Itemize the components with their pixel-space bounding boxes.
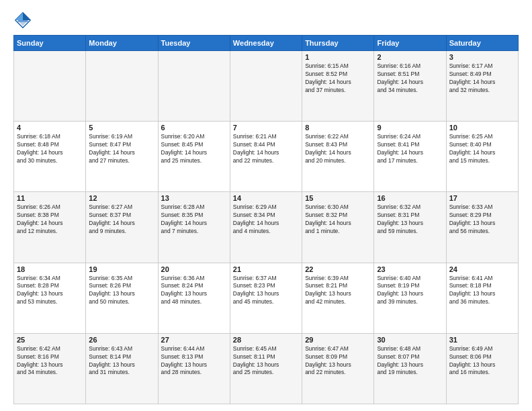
day-number-11: 11: [17, 194, 83, 202]
day-cell-14: 14Sunrise: 6:29 AMSunset: 8:34 PMDayligh…: [230, 192, 302, 263]
week-row-1: 4Sunrise: 6:18 AMSunset: 8:48 PMDaylight…: [14, 122, 519, 192]
day-info-4: Sunrise: 6:18 AMSunset: 8:48 PMDaylight:…: [17, 133, 83, 165]
day-cell-25: 25Sunrise: 6:42 AMSunset: 8:16 PMDayligh…: [14, 333, 86, 404]
day-header-thursday: Thursday: [302, 36, 374, 51]
day-info-10: Sunrise: 6:25 AMSunset: 8:40 PMDaylight:…: [449, 133, 515, 165]
day-number-26: 26: [89, 336, 154, 344]
day-info-28: Sunrise: 6:45 AMSunset: 8:11 PMDaylight:…: [233, 345, 299, 377]
day-info-3: Sunrise: 6:17 AMSunset: 8:49 PMDaylight:…: [449, 62, 515, 95]
day-header-friday: Friday: [374, 36, 446, 51]
day-header-monday: Monday: [86, 36, 158, 51]
day-info-27: Sunrise: 6:44 AMSunset: 8:13 PMDaylight:…: [161, 345, 227, 377]
day-info-2: Sunrise: 6:16 AMSunset: 8:51 PMDaylight:…: [377, 62, 443, 95]
day-number-30: 30: [377, 336, 443, 344]
day-info-16: Sunrise: 6:32 AMSunset: 8:31 PMDaylight:…: [377, 203, 443, 236]
day-info-7: Sunrise: 6:21 AMSunset: 8:44 PMDaylight:…: [233, 133, 299, 165]
day-number-27: 27: [161, 336, 227, 344]
day-number-16: 16: [377, 194, 443, 202]
day-info-6: Sunrise: 6:20 AMSunset: 8:45 PMDaylight:…: [161, 133, 227, 165]
day-header-sunday: Sunday: [14, 36, 86, 51]
day-info-20: Sunrise: 6:36 AMSunset: 8:24 PMDaylight:…: [161, 275, 227, 307]
day-info-31: Sunrise: 6:49 AMSunset: 8:06 PMDaylight:…: [449, 345, 515, 377]
day-headers-row: SundayMondayTuesdayWednesdayThursdayFrid…: [14, 36, 519, 51]
day-info-19: Sunrise: 6:35 AMSunset: 8:26 PMDaylight:…: [89, 275, 154, 307]
day-number-15: 15: [305, 194, 371, 202]
day-cell-1: 1Sunrise: 6:15 AMSunset: 8:52 PMDaylight…: [302, 51, 374, 122]
week-row-4: 25Sunrise: 6:42 AMSunset: 8:16 PMDayligh…: [14, 333, 519, 404]
day-info-30: Sunrise: 6:48 AMSunset: 8:07 PMDaylight:…: [377, 345, 443, 377]
day-number-7: 7: [233, 124, 299, 132]
day-number-1: 1: [305, 53, 371, 61]
day-info-17: Sunrise: 6:33 AMSunset: 8:29 PMDaylight:…: [449, 203, 515, 236]
day-number-14: 14: [233, 194, 299, 202]
day-info-26: Sunrise: 6:43 AMSunset: 8:14 PMDaylight:…: [89, 345, 154, 377]
day-cell-15: 15Sunrise: 6:30 AMSunset: 8:32 PMDayligh…: [302, 192, 374, 263]
day-cell-2: 2Sunrise: 6:16 AMSunset: 8:51 PMDaylight…: [374, 51, 446, 122]
day-number-3: 3: [449, 53, 515, 61]
day-cell-30: 30Sunrise: 6:48 AMSunset: 8:07 PMDayligh…: [374, 333, 446, 404]
day-header-wednesday: Wednesday: [230, 36, 302, 51]
day-info-15: Sunrise: 6:30 AMSunset: 8:32 PMDaylight:…: [305, 203, 371, 236]
day-cell-20: 20Sunrise: 6:36 AMSunset: 8:24 PMDayligh…: [158, 263, 230, 333]
day-info-5: Sunrise: 6:19 AMSunset: 8:47 PMDaylight:…: [89, 133, 154, 165]
day-number-28: 28: [233, 336, 299, 344]
week-row-2: 11Sunrise: 6:26 AMSunset: 8:38 PMDayligh…: [14, 192, 519, 263]
day-cell-22: 22Sunrise: 6:39 AMSunset: 8:21 PMDayligh…: [302, 263, 374, 333]
day-number-24: 24: [449, 265, 515, 273]
day-cell-24: 24Sunrise: 6:41 AMSunset: 8:18 PMDayligh…: [446, 263, 518, 333]
day-info-22: Sunrise: 6:39 AMSunset: 8:21 PMDaylight:…: [305, 275, 371, 307]
day-cell-13: 13Sunrise: 6:28 AMSunset: 8:35 PMDayligh…: [158, 192, 230, 263]
day-number-29: 29: [305, 336, 371, 344]
day-number-20: 20: [161, 265, 227, 273]
day-cell-10: 10Sunrise: 6:25 AMSunset: 8:40 PMDayligh…: [446, 122, 518, 192]
day-cell-5: 5Sunrise: 6:19 AMSunset: 8:47 PMDaylight…: [86, 122, 158, 192]
day-cell-12: 12Sunrise: 6:27 AMSunset: 8:37 PMDayligh…: [86, 192, 158, 263]
day-cell-27: 27Sunrise: 6:44 AMSunset: 8:13 PMDayligh…: [158, 333, 230, 404]
day-info-29: Sunrise: 6:47 AMSunset: 8:09 PMDaylight:…: [305, 345, 371, 377]
day-number-2: 2: [377, 53, 443, 61]
empty-cell: [14, 51, 86, 122]
day-number-6: 6: [161, 124, 227, 132]
day-cell-23: 23Sunrise: 6:40 AMSunset: 8:19 PMDayligh…: [374, 263, 446, 333]
day-info-9: Sunrise: 6:24 AMSunset: 8:41 PMDaylight:…: [377, 133, 443, 165]
day-cell-18: 18Sunrise: 6:34 AMSunset: 8:28 PMDayligh…: [14, 263, 86, 333]
day-cell-4: 4Sunrise: 6:18 AMSunset: 8:48 PMDaylight…: [14, 122, 86, 192]
day-number-4: 4: [17, 124, 83, 132]
day-info-23: Sunrise: 6:40 AMSunset: 8:19 PMDaylight:…: [377, 275, 443, 307]
day-cell-3: 3Sunrise: 6:17 AMSunset: 8:49 PMDaylight…: [446, 51, 518, 122]
day-cell-17: 17Sunrise: 6:33 AMSunset: 8:29 PMDayligh…: [446, 192, 518, 263]
day-cell-7: 7Sunrise: 6:21 AMSunset: 8:44 PMDaylight…: [230, 122, 302, 192]
day-info-1: Sunrise: 6:15 AMSunset: 8:52 PMDaylight:…: [305, 62, 371, 95]
empty-cell: [86, 51, 158, 122]
calendar-table: SundayMondayTuesdayWednesdayThursdayFrid…: [13, 35, 519, 404]
day-info-14: Sunrise: 6:29 AMSunset: 8:34 PMDaylight:…: [233, 203, 299, 236]
day-cell-21: 21Sunrise: 6:37 AMSunset: 8:23 PMDayligh…: [230, 263, 302, 333]
day-cell-26: 26Sunrise: 6:43 AMSunset: 8:14 PMDayligh…: [86, 333, 158, 404]
day-cell-19: 19Sunrise: 6:35 AMSunset: 8:26 PMDayligh…: [86, 263, 158, 333]
empty-cell: [158, 51, 230, 122]
day-cell-16: 16Sunrise: 6:32 AMSunset: 8:31 PMDayligh…: [374, 192, 446, 263]
day-info-21: Sunrise: 6:37 AMSunset: 8:23 PMDaylight:…: [233, 275, 299, 307]
day-info-12: Sunrise: 6:27 AMSunset: 8:37 PMDaylight:…: [89, 203, 154, 236]
day-cell-11: 11Sunrise: 6:26 AMSunset: 8:38 PMDayligh…: [14, 192, 86, 263]
day-cell-28: 28Sunrise: 6:45 AMSunset: 8:11 PMDayligh…: [230, 333, 302, 404]
empty-cell: [230, 51, 302, 122]
day-number-31: 31: [449, 336, 515, 344]
day-info-13: Sunrise: 6:28 AMSunset: 8:35 PMDaylight:…: [161, 203, 227, 236]
day-header-saturday: Saturday: [446, 36, 518, 51]
day-number-10: 10: [449, 124, 515, 132]
day-info-25: Sunrise: 6:42 AMSunset: 8:16 PMDaylight:…: [17, 345, 83, 377]
day-number-12: 12: [89, 194, 154, 202]
day-cell-29: 29Sunrise: 6:47 AMSunset: 8:09 PMDayligh…: [302, 333, 374, 404]
page-header: [13, 11, 519, 30]
day-number-21: 21: [233, 265, 299, 273]
day-number-5: 5: [89, 124, 154, 132]
logo: [13, 11, 35, 30]
day-number-13: 13: [161, 194, 227, 202]
day-number-17: 17: [449, 194, 515, 202]
day-header-tuesday: Tuesday: [158, 36, 230, 51]
day-cell-6: 6Sunrise: 6:20 AMSunset: 8:45 PMDaylight…: [158, 122, 230, 192]
day-cell-31: 31Sunrise: 6:49 AMSunset: 8:06 PMDayligh…: [446, 333, 518, 404]
day-info-24: Sunrise: 6:41 AMSunset: 8:18 PMDaylight:…: [449, 275, 515, 307]
week-row-3: 18Sunrise: 6:34 AMSunset: 8:28 PMDayligh…: [14, 263, 519, 333]
